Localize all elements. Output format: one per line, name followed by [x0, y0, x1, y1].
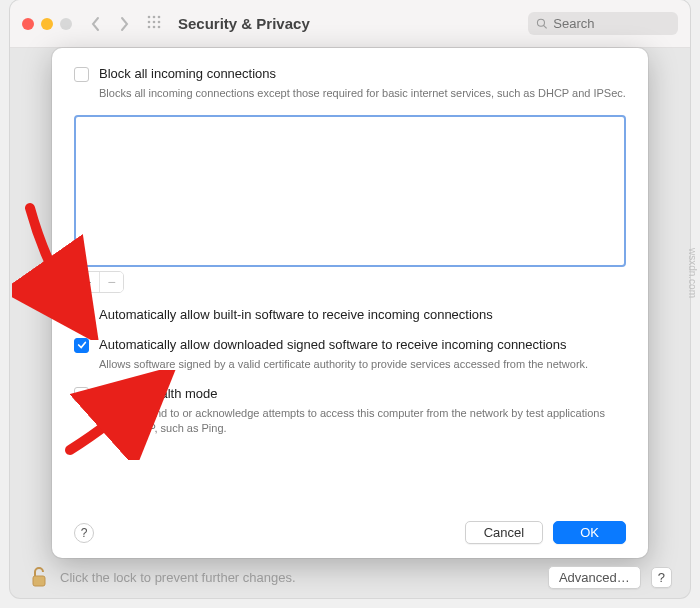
stealth-label: Enable stealth mode: [99, 386, 218, 401]
auto-signed-description: Allows software signed by a valid certif…: [99, 357, 626, 372]
window-controls: [22, 18, 72, 30]
block-all-checkbox[interactable]: [74, 67, 89, 82]
auto-builtin-label: Automatically allow built-in software to…: [99, 307, 493, 322]
footer-help-button[interactable]: ?: [651, 567, 672, 588]
minimize-window-button[interactable]: [41, 18, 53, 30]
preferences-window: Security & Privacy Block all incoming co…: [10, 0, 690, 598]
help-button[interactable]: ?: [74, 523, 94, 543]
svg-rect-11: [33, 576, 45, 586]
watermark: wsxdn.com: [687, 248, 698, 298]
show-all-button[interactable]: [142, 14, 166, 33]
add-app-button[interactable]: +: [75, 272, 99, 292]
close-window-button[interactable]: [22, 18, 34, 30]
auto-signed-checkbox[interactable]: [74, 338, 89, 353]
stealth-checkbox[interactable]: [74, 387, 89, 402]
auto-builtin-checkbox[interactable]: [74, 308, 89, 323]
block-all-label: Block all incoming connections: [99, 66, 276, 81]
cancel-button[interactable]: Cancel: [465, 521, 543, 544]
allowed-apps-list[interactable]: [74, 115, 626, 267]
ok-button[interactable]: OK: [553, 521, 626, 544]
search-input[interactable]: [553, 16, 670, 31]
svg-point-9: [537, 19, 544, 26]
stealth-description: Don't respond to or acknowledge attempts…: [99, 406, 626, 436]
svg-point-6: [148, 26, 151, 29]
window-footer: Click the lock to prevent further change…: [10, 556, 690, 598]
block-all-description: Blocks all incoming connections except t…: [99, 86, 626, 101]
svg-point-0: [148, 16, 151, 19]
back-button[interactable]: [86, 16, 106, 32]
advanced-button[interactable]: Advanced…: [548, 566, 641, 589]
window-title: Security & Privacy: [178, 15, 310, 32]
remove-app-button[interactable]: −: [99, 272, 123, 292]
add-remove-group: + −: [74, 271, 124, 293]
svg-point-5: [158, 21, 161, 24]
lock-icon[interactable]: [28, 564, 50, 590]
lock-text: Click the lock to prevent further change…: [60, 570, 538, 585]
svg-point-4: [153, 21, 156, 24]
svg-point-8: [158, 26, 161, 29]
zoom-window-button[interactable]: [60, 18, 72, 30]
svg-line-10: [544, 26, 547, 29]
svg-point-3: [148, 21, 151, 24]
search-field[interactable]: [528, 12, 678, 35]
search-icon: [536, 17, 547, 30]
svg-point-2: [158, 16, 161, 19]
auto-signed-label: Automatically allow downloaded signed so…: [99, 337, 567, 352]
svg-point-1: [153, 16, 156, 19]
svg-point-7: [153, 26, 156, 29]
forward-button[interactable]: [114, 16, 134, 32]
titlebar: Security & Privacy: [10, 0, 690, 48]
firewall-options-sheet: Block all incoming connections Blocks al…: [52, 48, 648, 558]
